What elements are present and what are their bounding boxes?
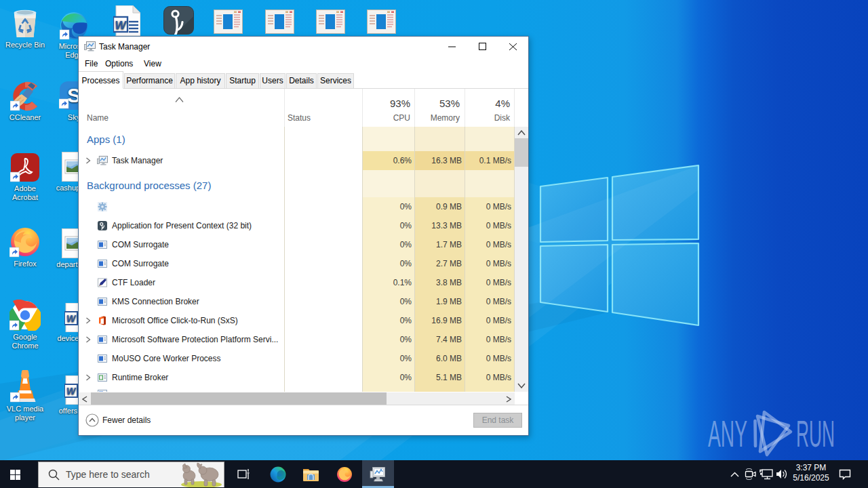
svg-text:ANY: ANY xyxy=(708,413,747,455)
svg-text:W: W xyxy=(115,19,127,32)
svg-text:W: W xyxy=(66,313,77,324)
svg-text:RUN: RUN xyxy=(796,413,835,455)
svg-text:W: W xyxy=(66,386,77,396)
